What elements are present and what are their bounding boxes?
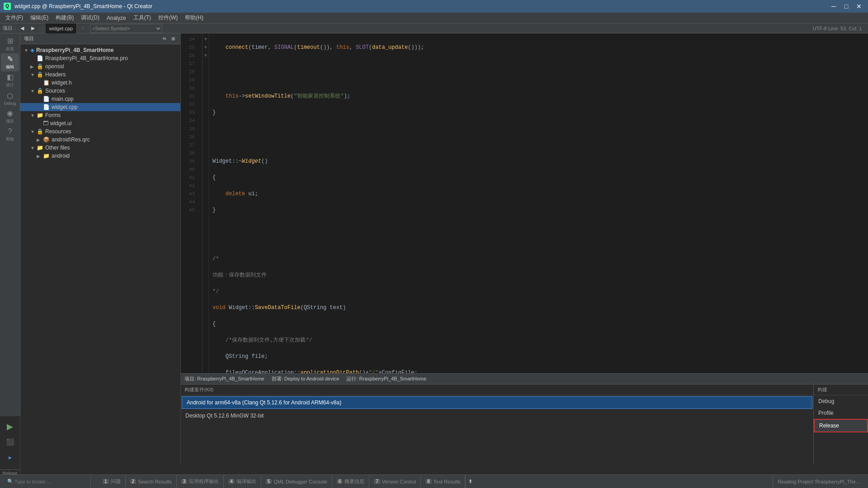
project-tree: ▼ ◈ RraspberryPi_4B_SmartHome 📄 Rraspber… (20, 44, 180, 464)
tab-version-control[interactable]: 7Version Control (369, 475, 421, 488)
sidebar-item-design[interactable]: ◧ 设计 (1, 71, 19, 89)
editor-content: 2425262728 2930313233 3435363738 3940414… (181, 33, 868, 373)
headers-folder-icon: 🔒 (37, 71, 43, 78)
tree-item-widget-h[interactable]: 📋 widget.h (20, 79, 180, 87)
tab-compile-output[interactable]: 4编译输出 (224, 475, 261, 488)
expand-bottom-panel-button[interactable]: ⬆ (465, 475, 475, 488)
main-cpp-icon: 📄 (43, 96, 50, 102)
tab-search-results[interactable]: 2Search Results (126, 475, 177, 488)
expand-arrow-other-files: ▼ (30, 145, 37, 150)
tab-issues[interactable]: 1问题 (98, 475, 126, 488)
tree-item-main-cpp[interactable]: 📄 main.cpp (20, 95, 180, 103)
close-button[interactable]: ✕ (854, 2, 864, 11)
other-files-folder-icon: 📁 (37, 145, 43, 151)
pro-file-label: RraspberryPi_4B_SmartHome.pro (45, 55, 128, 61)
symbol-selector[interactable]: <Select Symbol> (90, 24, 162, 33)
build-run: 运行: RraspberryPi_4B_SmartHome (346, 375, 426, 382)
project-sync-button[interactable]: ⟲ (160, 36, 168, 42)
sidebar-item-edit[interactable]: ✎ 编辑 (1, 53, 19, 71)
expand-arrow-root: ▼ (24, 48, 30, 53)
android-res-label: android\Res.qrc (52, 136, 90, 143)
tab-overview[interactable]: 6概要信息 (332, 475, 370, 488)
maximize-button[interactable]: □ (841, 2, 852, 11)
tree-item-other-files[interactable]: ▼ 📁 Other files (20, 144, 180, 152)
status-bar: 🔍 1问题 2Search Results 3应用程序输出 4编译输出 5QML… (0, 474, 868, 488)
menu-tools[interactable]: 工具(T) (130, 13, 155, 23)
tree-item-sources[interactable]: ▼ 🔒 Sources (20, 87, 180, 95)
sidebar-item-help[interactable]: ? 帮助 (1, 126, 19, 144)
menu-edit[interactable]: 编辑(E) (27, 13, 52, 23)
tree-item-openssl[interactable]: ▶ 🔒 openssl (20, 62, 180, 70)
type-to-locate-container: 🔍 (4, 475, 91, 488)
widget-cpp-icon: 📄 (43, 104, 50, 110)
bottom-panel: 项目: RraspberryPi_4B_SmartHome 部署: Deploy… (181, 373, 868, 464)
build-deploy: 部署: Deploy to Android device (272, 375, 340, 382)
build-type-panel: 构建 Debug Profile Release (814, 385, 868, 464)
bottom-tabs: 1问题 2Search Results 3应用程序输出 4编译输出 5QML D… (98, 475, 765, 488)
app-icon: Q (4, 3, 11, 10)
tree-item-project-root[interactable]: ▼ ◈ RraspberryPi_4B_SmartHome (20, 46, 180, 54)
welcome-icon: ⊞ (7, 37, 13, 45)
build-type-debug[interactable]: Debug (814, 395, 868, 407)
stop-button[interactable]: ⬛ (3, 435, 17, 449)
tree-item-pro-file[interactable]: 📄 RraspberryPi_4B_SmartHome.pro (20, 54, 180, 62)
nav-back-button[interactable]: ◀ (18, 24, 27, 32)
encoding-info: UTF-8 Line: 53, Col: 1 (813, 26, 862, 31)
build-type-profile[interactable]: Profile (814, 407, 868, 419)
build-type-release[interactable]: Release (814, 419, 868, 432)
tree-item-widget-ui[interactable]: 🗔 widget.ui (20, 119, 180, 127)
menu-controls[interactable]: 控件(W) (155, 13, 181, 23)
sources-folder-icon: 🔒 (37, 88, 43, 94)
project-panel: 项目 ⟲ ⊞ ▼ ◈ RraspberryPi_4B_SmartHome 📄 R… (20, 33, 181, 464)
menu-analyze[interactable]: Analyze (103, 14, 130, 22)
menu-file[interactable]: 文件(F) (2, 13, 27, 23)
tree-item-headers[interactable]: ▼ 🔒 Headers (20, 70, 180, 79)
sidebar-item-debug[interactable]: ⬡ Debug (1, 89, 19, 108)
menu-help[interactable]: 帮助(H) (181, 13, 207, 23)
step-button[interactable]: ▸ (3, 450, 17, 464)
nav-forward-button[interactable]: ▶ (28, 24, 38, 32)
tab-test-results[interactable]: 8Test Results (421, 475, 465, 488)
resources-label: Resources (45, 128, 71, 135)
locate-input[interactable] (14, 479, 87, 484)
project-filter-button[interactable]: ⊞ (170, 36, 177, 42)
kit-item-desktop[interactable]: Desktop Qt 5.12.6 MinGW 32-bit (181, 410, 813, 422)
edit-icon: ✎ (7, 55, 13, 63)
sidebar-item-projects[interactable]: ◉ 项目 (1, 108, 19, 126)
debug-icon: ⬡ (7, 92, 13, 100)
edit-label: 编辑 (6, 64, 14, 70)
sidebar-icons: ⊞ 欢迎 ✎ 编辑 ◧ 设计 ⬡ Debug ◉ 项目 ? 帮助 (0, 33, 20, 464)
main-cpp-label: main.cpp (52, 96, 74, 102)
forms-folder-icon: 📁 (37, 112, 43, 118)
welcome-label: 欢迎 (6, 46, 14, 52)
other-files-label: Other files (45, 145, 70, 151)
tree-item-android-res[interactable]: ▶ 📦 android\Res.qrc (20, 136, 180, 144)
expand-arrow-openssl: ▶ (30, 64, 37, 69)
sidebar-item-welcome[interactable]: ⊞ 欢迎 (1, 35, 19, 53)
expand-arrow-forms: ▼ (30, 113, 37, 118)
project-icon: ◈ (30, 47, 34, 53)
tab-qml-debugger[interactable]: 5QML Debugger Console (261, 475, 332, 488)
editor-area: 2425262728 2930313233 3435363738 3940414… (181, 33, 868, 464)
minimize-button[interactable]: ─ (828, 2, 839, 11)
tree-item-resources[interactable]: ▼ 🔒 Resources (20, 127, 180, 136)
expand-arrow-headers: ▼ (30, 72, 37, 77)
code-area[interactable]: connect(timer, SIGNAL(timeout()), this, … (209, 33, 868, 373)
forms-label: Forms (45, 112, 61, 118)
tree-item-android-folder[interactable]: ▶ 📁 android (20, 152, 180, 160)
search-icon: 🔍 (7, 479, 14, 484)
tree-item-widget-cpp[interactable]: 📄 widget.cpp (20, 103, 180, 111)
tab-app-output[interactable]: 3应用程序输出 (177, 475, 224, 488)
widget-ui-label: widget.ui (50, 120, 71, 127)
tree-item-forms[interactable]: ▼ 📁 Forms (20, 111, 180, 119)
kit-label: 构建套件(Kit) (181, 385, 813, 395)
menu-build[interactable]: 构建(B) (52, 13, 77, 23)
current-file-tab[interactable]: widget.cpp (46, 23, 77, 33)
kit-item-android[interactable]: Android for arm64-v8a (Clang Qt 5.12.6 f… (182, 396, 812, 409)
header-file-icon: 📋 (43, 80, 50, 86)
run-button[interactable]: ▶ (3, 420, 17, 433)
qrc-file-icon: 📦 (43, 136, 50, 143)
debug-label: Debug (4, 101, 16, 106)
menu-debug[interactable]: 调试(D) (77, 13, 103, 23)
project-panel-title: 项目 (24, 35, 34, 42)
